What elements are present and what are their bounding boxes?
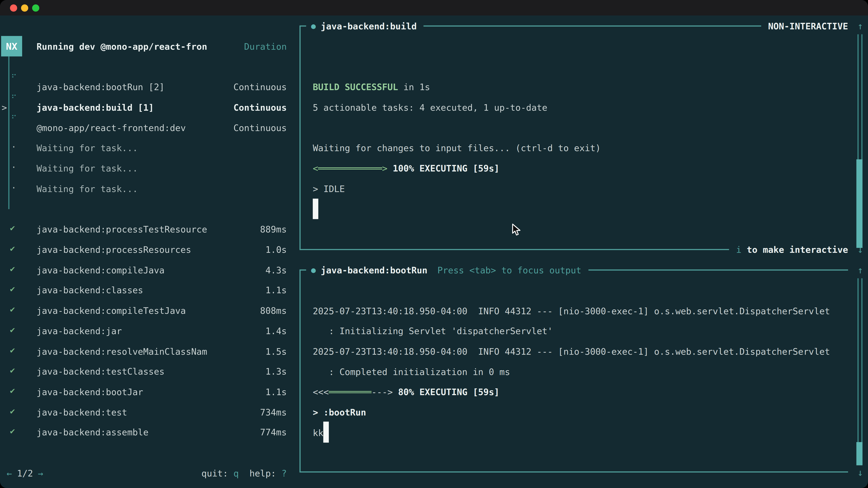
log-line: 2025-07-23T13:40:18.950-04:00 INFO 44312… — [313, 305, 830, 317]
build-scrollbar-thumb[interactable] — [857, 159, 863, 248]
close-button[interactable] — [10, 4, 17, 11]
log-line: : Completed initialization in 0 ms — [313, 366, 510, 378]
help-key: ? — [281, 468, 287, 479]
task-row-completed[interactable]: java-backend:bootJar 1.1s — [0, 386, 287, 398]
task-row-completed[interactable]: java-backend:testClasses 1.3s — [0, 365, 287, 377]
mode-label: NON-INTERACTIVE — [761, 21, 848, 31]
task-name: java-backend:resolveMainClassNam — [37, 346, 207, 357]
task-name: java-backend:assemble — [37, 427, 149, 437]
task-status: Continuous — [234, 102, 287, 113]
build-panel-left-border — [300, 26, 301, 250]
task-row-frontend-dev[interactable]: @mono-app/react-frontend:dev Continuous — [0, 122, 287, 134]
task-duration: 808ms — [260, 305, 287, 316]
task-row-completed[interactable]: java-backend:compileJava 4.3s — [0, 264, 287, 276]
task-duration: 1.5s — [266, 346, 287, 357]
task-name: Waiting for task... — [37, 163, 138, 173]
progress-bar-fill: ════════ — [329, 387, 371, 397]
build-panel-bottom: i to make interactive — [300, 243, 848, 256]
task-duration: 774ms — [260, 427, 287, 437]
task-duration: 4.3s — [266, 265, 287, 275]
scroll-down-icon[interactable]: ↓ — [854, 466, 867, 479]
build-panel-header: ● java-backend:build NON-INTERACTIVE — [300, 20, 848, 32]
build-success-label: BUILD SUCCESSFUL — [313, 82, 398, 92]
task-name: Waiting for task... — [37, 184, 138, 194]
minimize-button[interactable] — [21, 4, 28, 11]
scroll-up-icon[interactable]: ↑ — [854, 264, 867, 276]
task-name: java-backend:processResources — [37, 244, 191, 255]
interactive-hint-text: to make interactive — [741, 244, 848, 255]
task-name: java-backend:jar — [37, 326, 122, 336]
terminal-cursor — [323, 422, 329, 443]
interactive-hint-key: i — [729, 244, 741, 255]
task-row-completed[interactable]: java-backend:assemble 774ms — [0, 426, 287, 438]
task-row-completed[interactable]: java-backend:jar 1.4s — [0, 325, 287, 337]
task-row-waiting[interactable]: Waiting for task... — [0, 142, 287, 154]
task-status: Continuous — [234, 82, 287, 92]
bootrun-scrollbar-track[interactable] — [857, 278, 862, 465]
border-stub — [300, 26, 306, 27]
focus-output-hint: Press <tab> to focus output — [428, 265, 589, 275]
zoom-button[interactable] — [32, 4, 39, 11]
build-success-line: BUILD SUCCESSFUL in 1s — [313, 81, 430, 93]
task-row-completed[interactable]: java-backend:compileTestJava 808ms — [0, 304, 287, 317]
terminal-cursor — [313, 199, 318, 219]
progress-bar-right: > — [382, 163, 393, 173]
task-row-completed[interactable]: java-backend:processResources 1.0s — [0, 243, 287, 256]
mouse-cursor — [512, 223, 521, 236]
progress-label: 80% EXECUTING [59s] — [398, 387, 499, 397]
task-list-footer: ← 1/2 → quit: q help: ? — [6, 467, 287, 479]
task-name: java-backend:build [1] — [37, 102, 154, 113]
progress-bar-left: <<< — [313, 387, 329, 397]
progress-bar-right: ---> — [371, 387, 398, 397]
task-bullet-icon: ● — [306, 22, 321, 31]
task-row-completed[interactable]: java-backend:processTestResource 889ms — [0, 223, 287, 235]
task-row-waiting[interactable]: Waiting for task... — [0, 183, 287, 195]
task-row-build-selected[interactable]: java-backend:build [1] Continuous — [0, 101, 287, 113]
progress-label: 100% EXECUTING [59s] — [393, 163, 500, 173]
build-tasks-summary: 5 actionable tasks: 4 executed, 1 up-to-… — [313, 101, 548, 113]
screen: NX Running dev @mono-app/react-fron Dura… — [0, 0, 868, 488]
task-row-completed[interactable]: java-backend:classes 1.1s — [0, 284, 287, 296]
task-name: java-backend:bootJar — [37, 387, 143, 397]
help-hint-label: help: — [239, 468, 281, 479]
progress-bar-fill: ════════════ — [318, 163, 382, 173]
build-panel-title: java-backend:build — [321, 21, 423, 31]
bootrun-progress-line: <<<════════---> 80% EXECUTING [59s] — [313, 386, 500, 398]
task-name: java-backend:test — [37, 407, 127, 418]
bootrun-panel-header: ● java-backend:bootRun Press <tab> to fo… — [300, 264, 848, 276]
task-duration: 1.3s — [266, 366, 287, 377]
progress-bar-left: < — [313, 163, 318, 173]
build-progress-line: <════════════> 100% EXECUTING [59s] — [313, 162, 500, 174]
task-name: java-backend:processTestResource — [37, 224, 207, 234]
task-name: java-backend:compileJava — [37, 265, 164, 275]
border-rule — [300, 471, 848, 473]
task-row-bootrun[interactable]: java-backend:bootRun [2] Continuous — [0, 81, 287, 93]
bootrun-scrollbar-thumb[interactable] — [857, 442, 863, 465]
bootrun-panel-left-border — [300, 270, 301, 472]
border-rule — [300, 249, 729, 250]
task-name: java-backend:classes — [37, 285, 143, 295]
build-idle-line: > IDLE — [313, 183, 345, 195]
task-name: java-backend:bootRun [2] — [37, 82, 164, 92]
log-line: 2025-07-23T13:40:18.950-04:00 INFO 44312… — [313, 345, 830, 357]
task-row-waiting[interactable]: Waiting for task... — [0, 162, 287, 174]
scroll-up-icon[interactable]: ↑ — [854, 20, 867, 32]
task-duration: 734ms — [260, 407, 287, 418]
border-stub — [300, 269, 306, 271]
duration-column-header: Duration — [244, 41, 287, 52]
task-row-completed[interactable]: java-backend:test 734ms — [0, 406, 287, 418]
build-success-time: in 1s — [398, 82, 430, 92]
pager-prev-arrow[interactable]: ← — [6, 468, 12, 479]
pager-indicator: 1/2 — [12, 468, 38, 479]
quit-key: q — [234, 468, 239, 479]
pager-next-arrow[interactable]: → — [38, 468, 43, 479]
bootrun-panel-title: java-backend:bootRun — [321, 265, 428, 275]
task-duration: 889ms — [260, 224, 287, 234]
header-rule — [423, 26, 761, 27]
task-name: java-backend:testClasses — [37, 366, 164, 377]
task-list-title: Running dev @mono-app/react-fron — [37, 41, 207, 52]
task-name: Waiting for task... — [37, 142, 138, 153]
task-duration: 1.1s — [266, 387, 287, 397]
bootrun-input-line[interactable]: kk — [313, 427, 323, 439]
task-row-completed[interactable]: java-backend:resolveMainClassNam 1.5s — [0, 345, 287, 357]
